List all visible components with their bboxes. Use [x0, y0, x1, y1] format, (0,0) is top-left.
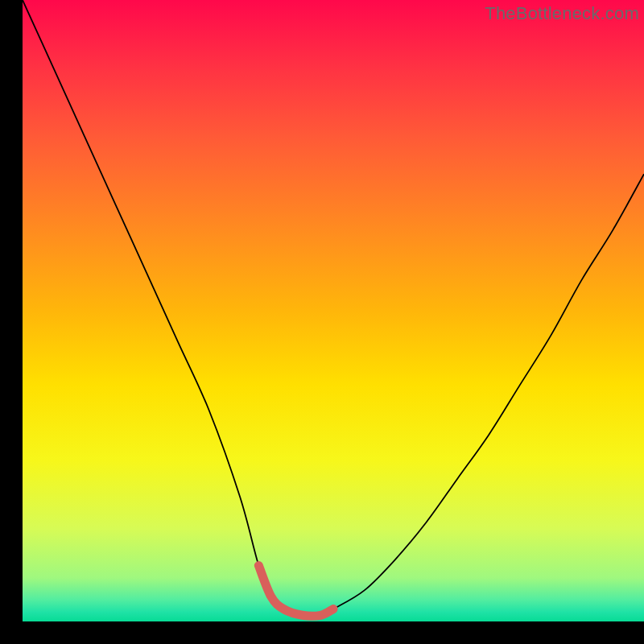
watermark-text: TheBottleneck.com [485, 3, 639, 24]
chart-svg [23, 0, 644, 621]
chart-frame: TheBottleneck.com [0, 0, 644, 644]
gradient-background [23, 0, 644, 621]
plot-area: TheBottleneck.com [23, 0, 644, 621]
